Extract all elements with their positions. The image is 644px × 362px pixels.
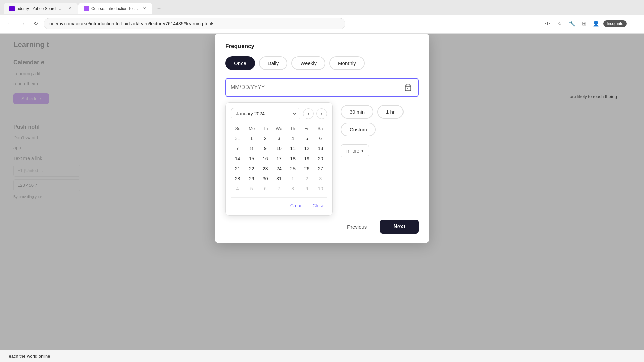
reminder-col: 30 min 1 hr Custom more ▾ (341, 102, 419, 216)
calendar-day[interactable]: 9 (300, 184, 313, 193)
calendar-day[interactable]: 4 (286, 134, 300, 143)
reminder-30min[interactable]: 30 min (341, 105, 373, 119)
calendar-day[interactable]: 12 (300, 144, 313, 153)
calendar-day[interactable]: 28 (231, 174, 244, 183)
udemy-favicon (84, 6, 89, 11)
freq-once[interactable]: Once (225, 56, 255, 70)
menu-icon[interactable]: ⋮ (629, 19, 639, 28)
calendar-day[interactable]: 22 (245, 164, 258, 173)
calendar-day[interactable]: 15 (245, 154, 258, 163)
tab-yahoo-close[interactable]: ✕ (67, 6, 72, 11)
calendar-day[interactable]: 2 (300, 174, 313, 183)
freq-weekly[interactable]: Weekly (291, 56, 325, 70)
calendar-day[interactable]: 16 (259, 154, 272, 163)
calendar-day[interactable]: 8 (286, 184, 300, 193)
calendar-day[interactable]: 17 (272, 154, 285, 163)
calendar-day[interactable]: 30 (259, 174, 272, 183)
day-header-fr: Fr (300, 125, 313, 132)
calendar-day[interactable]: 25 (286, 164, 300, 173)
calendar-day[interactable]: 24 (272, 164, 285, 173)
new-tab-button[interactable]: + (154, 4, 164, 13)
close-button[interactable]: Close (310, 202, 327, 210)
calendar-day[interactable]: 31 (231, 134, 244, 143)
prev-month-button[interactable]: ‹ (303, 108, 314, 119)
frequency-title: Frequency (225, 43, 419, 50)
next-month-button[interactable]: › (316, 108, 327, 119)
calendar-day[interactable]: 10 (314, 184, 327, 193)
calendar-day[interactable]: 10 (272, 144, 285, 153)
calendar-day[interactable]: 3 (272, 134, 285, 143)
freq-daily[interactable]: Daily (259, 56, 287, 70)
calendar-day[interactable]: 27 (314, 164, 327, 173)
calendar-day[interactable]: 13 (314, 144, 327, 153)
calendar-day[interactable]: 21 (231, 164, 244, 173)
calendar-day[interactable]: 7 (272, 184, 285, 193)
calendar-day[interactable]: 1 (245, 134, 258, 143)
frequency-row: Once Daily Weekly Monthly (225, 56, 419, 70)
layout-row: January 2024February 2024March 2024Decem… (225, 102, 419, 216)
calendar-day[interactable]: 29 (245, 174, 258, 183)
reminder-custom[interactable]: Custom (341, 123, 376, 136)
calendar-day[interactable]: 11 (286, 144, 300, 153)
month-select[interactable]: January 2024February 2024March 2024Decem… (231, 108, 300, 119)
next-button[interactable]: Next (380, 220, 419, 234)
calendar-day[interactable]: 20 (314, 154, 327, 163)
calendar-day[interactable]: 9 (259, 144, 272, 153)
back-button[interactable]: ← (5, 19, 15, 28)
more-dropdown[interactable]: more ▾ (341, 144, 369, 157)
forward-button[interactable]: → (18, 19, 28, 28)
calendar-day[interactable]: 3 (314, 174, 327, 183)
calendar-day[interactable]: 4 (231, 184, 244, 193)
calendar-day[interactable]: 23 (259, 164, 272, 173)
calendar-day[interactable]: 6 (314, 134, 327, 143)
date-input-row: 30 (225, 78, 419, 97)
calendar-day[interactable]: 7 (231, 144, 244, 153)
incognito-badge: Incognito (603, 20, 627, 27)
calendar-day[interactable]: 18 (286, 154, 300, 163)
reminder-row: 30 min 1 hr Custom (341, 105, 419, 136)
calendar-day[interactable]: 5 (300, 134, 313, 143)
calendar-day[interactable]: 14 (231, 154, 244, 163)
calendar-icon-button[interactable]: 30 (402, 82, 413, 93)
tab-udemy[interactable]: Course: Introduction To Fluid A... ✕ (78, 3, 152, 14)
tab-bar: udemy - Yahoo Search Results ✕ Course: I… (0, 0, 644, 15)
tab-yahoo[interactable]: udemy - Yahoo Search Results ✕ (4, 3, 78, 14)
browser-chrome: udemy - Yahoo Search Results ✕ Course: I… (0, 0, 644, 34)
calendar-day[interactable]: 5 (245, 184, 258, 193)
calendar-header: January 2024February 2024March 2024Decem… (231, 108, 327, 119)
calendar-day[interactable]: 19 (300, 154, 313, 163)
yahoo-favicon (9, 6, 15, 11)
tab-udemy-label: Course: Introduction To Fluid A... (91, 6, 139, 11)
calendar-day[interactable]: 1 (286, 174, 300, 183)
url-bar[interactable]: udemy.com/course/introduction-to-fluid-a… (44, 18, 345, 29)
refresh-button[interactable]: ↻ (31, 19, 40, 28)
dialog-footer: Previous Next (225, 220, 419, 234)
bottom-text: Teach the world online (7, 354, 50, 359)
day-header-su: Su (231, 125, 245, 132)
dropdown-chevron-icon: ▾ (361, 148, 363, 153)
day-header-sa: Sa (313, 125, 327, 132)
calendar-footer: Clear Close (231, 197, 327, 210)
split-view-icon[interactable]: ⊞ (579, 19, 589, 28)
tab-udemy-close[interactable]: ✕ (142, 6, 147, 11)
account-icon[interactable]: 👤 (591, 19, 601, 28)
more-options-row: more ▾ (341, 144, 419, 157)
calendar-day[interactable]: 2 (259, 134, 272, 143)
previous-button[interactable]: Previous (338, 220, 376, 234)
calendar-day[interactable]: 31 (272, 174, 285, 183)
eye-off-icon[interactable]: 👁 (543, 19, 552, 28)
clear-button[interactable]: Clear (288, 202, 304, 210)
calendar-day[interactable]: 6 (259, 184, 272, 193)
extension-icon[interactable]: 🔧 (567, 19, 577, 28)
tab-yahoo-label: udemy - Yahoo Search Results (17, 6, 64, 11)
reminder-1hr[interactable]: 1 hr (377, 105, 404, 119)
bottom-bar: Teach the world online (0, 350, 644, 362)
bookmark-icon[interactable]: ☆ (555, 19, 565, 28)
calendar-days: 3112345678910111213141516171819202122232… (231, 134, 327, 193)
calendar-day[interactable]: 8 (245, 144, 258, 153)
freq-monthly[interactable]: Monthly (329, 56, 365, 70)
calendar-day[interactable]: 26 (300, 164, 313, 173)
date-input[interactable] (231, 84, 402, 90)
calendar-popup: January 2024February 2024March 2024Decem… (225, 102, 333, 216)
url-text: udemy.com/course/introduction-to-fluid-a… (49, 21, 214, 26)
